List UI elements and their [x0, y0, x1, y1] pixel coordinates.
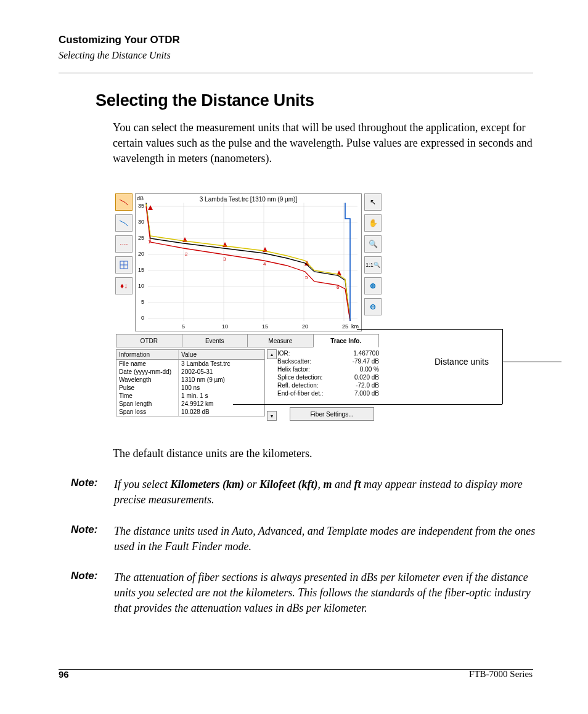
list-item: IOR:1.467700 [277, 349, 379, 357]
table-row: Span loss10.028 dB [116, 408, 264, 416]
screenshot-figure: ∙∙∙∙ ♦↓ 3 Lambda Test.trc [1310 nm (9 µm… [113, 191, 532, 424]
list-item: Backscatter:-79.47 dB [277, 357, 379, 365]
note-body: The attenuation of fiber sections is alw… [114, 570, 536, 616]
table-row: File name3 Lambda Test.trc [116, 360, 264, 368]
note-2: Note: The distance units used in Auto, A… [71, 524, 536, 554]
info-col-header: Information [116, 350, 179, 359]
zoom-in-icon[interactable]: ⊕ [364, 277, 382, 294]
callout-distance-units: Distance units [435, 357, 489, 367]
default-units-paragraph: The default distance units are the kilom… [113, 446, 532, 461]
section-subhead: Selecting the Distance Units [59, 50, 533, 61]
chapter-title: Customizing Your OTDR [59, 34, 533, 46]
trace-a-icon[interactable] [115, 193, 133, 211]
right-toolbar: ↖ ✋ 🔍 1:1🔍 ⊕ ⊖ [364, 193, 382, 319]
trace-b-icon[interactable] [115, 214, 133, 232]
svg-marker-16 [148, 205, 153, 210]
header-rule [59, 73, 533, 73]
scroll-up-icon[interactable]: ▴ [267, 349, 277, 359]
series-label: FTB-7000 Series [469, 669, 533, 680]
svg-text:2: 2 [185, 251, 188, 257]
svg-text:5: 5 [305, 275, 308, 280]
fiber-settings-button[interactable]: Fiber Settings... [290, 407, 374, 421]
zoom-area-icon[interactable]: 🔍 [364, 235, 382, 253]
marker-icon[interactable]: ♦↓ [115, 277, 133, 294]
note-label: Note: [71, 524, 114, 554]
callout-line [502, 329, 503, 404]
table-row: Date (yyyy-mm-dd)2002-05-31 [116, 368, 264, 376]
callout-line [233, 404, 502, 405]
footer-rule [59, 669, 533, 670]
trace-plot[interactable]: 3 Lambda Test.trc [1310 nm (9 µm)] dB 35… [135, 193, 362, 331]
note-body: The distance units used in Auto, Advance… [114, 524, 536, 554]
callout-line [357, 329, 502, 330]
value-col-header: Value [179, 350, 264, 359]
zoom-fit-icon[interactable]: 1:1🔍 [364, 256, 382, 274]
table-row: Pulse100 ns [116, 384, 264, 392]
note-body: If you select Kilometers (km) or Kilofee… [114, 477, 536, 508]
svg-text:4: 4 [263, 261, 266, 267]
list-item: Helix factor:0.00 % [277, 365, 379, 373]
list-item: Refl. detection:-72.0 dB [277, 381, 379, 389]
intro-paragraph: You can select the measurement units tha… [113, 120, 534, 166]
zoom-out-icon[interactable]: ⊖ [364, 298, 382, 315]
left-toolbar: ∙∙∙∙ ♦↓ [115, 193, 133, 298]
dots-icon[interactable]: ∙∙∙∙ [115, 235, 133, 253]
info-table: Information Value File name3 Lambda Test… [116, 349, 265, 416]
table-row: Wavelength1310 nm (9 µm) [116, 376, 264, 384]
note-label: Note: [71, 477, 114, 508]
otdr-app-window: ∙∙∙∙ ♦↓ 3 Lambda Test.trc [1310 nm (9 µm… [113, 191, 385, 424]
page-heading: Selecting the Distance Units [96, 91, 314, 110]
tab-otdr[interactable]: OTDR [116, 334, 182, 347]
callout-line [502, 362, 561, 362]
trace-lines: 1 2 3 4 5 6 [136, 194, 361, 331]
tab-trace-info[interactable]: Trace Info. [313, 334, 380, 347]
grid-icon[interactable] [115, 256, 133, 274]
note-label: Note: [71, 570, 114, 616]
pointer-icon[interactable]: ↖ [364, 193, 382, 211]
page-number: 96 [59, 669, 69, 680]
list-item: End-of-fiber det.:7.000 dB [277, 389, 379, 397]
hand-icon[interactable]: ✋ [364, 214, 382, 232]
table-row: Time1 min. 1 s [116, 392, 264, 400]
tab-measure[interactable]: Measure [247, 334, 314, 347]
settings-list: IOR:1.467700 Backscatter:-79.47 dB Helix… [277, 349, 379, 397]
scroll-down-icon[interactable]: ▾ [267, 411, 277, 421]
tab-row: OTDR Events Measure Trace Info. [116, 334, 378, 347]
note-1: Note: If you select Kilometers (km) or K… [71, 477, 536, 508]
trace-info-panel: Information Value File name3 Lambda Test… [116, 349, 378, 423]
list-item: Splice detection:0.020 dB [277, 373, 379, 381]
tab-events[interactable]: Events [182, 334, 248, 347]
svg-text:3: 3 [223, 256, 226, 262]
note-3: Note: The attenuation of fiber sections … [71, 570, 536, 616]
